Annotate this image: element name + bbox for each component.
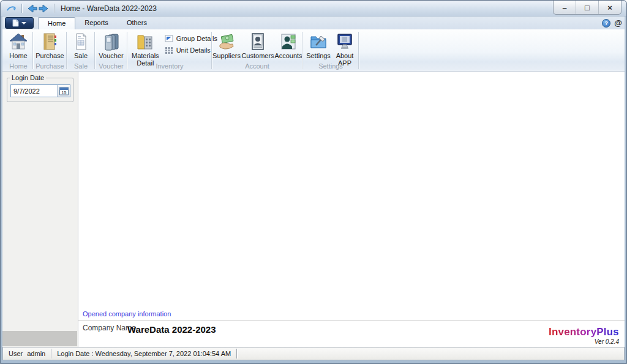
accounts-button[interactable]: Accounts xyxy=(274,31,302,61)
customers-button[interactable]: Customers xyxy=(241,31,274,61)
ribbon-tab-row: Home Reports Others ? @ xyxy=(2,17,625,29)
status-user-panel: Useradmin xyxy=(3,350,51,357)
status-bar: Useradmin Login Date : Wednesday, Septem… xyxy=(2,347,625,360)
inventoryplus-logo: InventoryPlus xyxy=(549,326,619,338)
about-app-icon xyxy=(335,32,355,51)
group-label-inventory: Inventory xyxy=(127,62,212,70)
group-label-account: Account xyxy=(212,62,302,70)
sidebar-footer-panel xyxy=(2,331,77,346)
group-label-voucher: Voucher xyxy=(95,62,127,70)
ribbon-group-inventory: Materials Detail Group Details xyxy=(127,29,212,71)
app-icon xyxy=(6,4,18,13)
horizontal-divider xyxy=(78,321,625,321)
ribbon-group-settings: Settings About APP Settings xyxy=(302,29,359,71)
group-label-settings: Settings xyxy=(302,62,359,70)
unit-details-icon xyxy=(165,46,173,54)
login-date-input[interactable] xyxy=(11,85,57,97)
tab-row-right: ? @ xyxy=(602,18,622,28)
ribbon-tabs: Home Reports Others xyxy=(38,17,156,29)
suppliers-icon xyxy=(217,32,236,51)
svg-text:15: 15 xyxy=(61,90,66,94)
calendar-button[interactable]: 15 xyxy=(57,85,70,97)
sale-button[interactable]: Sale xyxy=(69,31,92,61)
accounts-icon xyxy=(279,32,298,51)
minimize-button[interactable]: – xyxy=(554,1,576,14)
settings-button[interactable]: Settings xyxy=(304,31,332,61)
app-window: Home - WareData 2022-2023 – □ × Home Rep… xyxy=(0,0,627,364)
ribbon-group-sale: Sale Sale xyxy=(67,29,95,71)
suppliers-button[interactable]: Suppliers xyxy=(212,31,241,61)
back-button[interactable] xyxy=(26,4,38,13)
voucher-icon xyxy=(102,32,121,51)
sidebar: Login Date 15 xyxy=(2,72,78,347)
back-icon xyxy=(26,4,37,13)
forward-button[interactable] xyxy=(38,4,50,13)
content-area: Login Date 15 Opened company information xyxy=(2,72,625,347)
ribbon-group-account: Suppliers Customers xyxy=(212,29,302,71)
unit-details-button[interactable]: Unit Details xyxy=(165,45,217,55)
company-name-value: WareData 2022-2023 xyxy=(127,324,216,335)
group-label-home: Home xyxy=(4,62,33,70)
login-date-picker[interactable]: 15 xyxy=(10,84,70,97)
purchase-icon xyxy=(40,32,59,51)
maximize-button[interactable]: □ xyxy=(576,1,598,14)
app-logo-block: InventoryPlus Ver 0.2.4 xyxy=(549,326,619,345)
group-label-sale: Sale xyxy=(67,62,95,70)
divider xyxy=(54,4,54,13)
materials-detail-icon xyxy=(135,32,155,51)
voucher-button[interactable]: Voucher xyxy=(97,31,125,61)
group-details-button[interactable]: Group Details xyxy=(165,34,217,43)
ribbon: Home Home xyxy=(2,29,625,72)
tab-others[interactable]: Others xyxy=(118,17,156,29)
window-title: Home - WareData 2022-2023 xyxy=(61,4,157,13)
status-divider xyxy=(236,349,237,358)
group-label-purchase: Purchase xyxy=(33,62,67,70)
group-details-icon xyxy=(165,34,173,43)
ribbon-group-voucher: Voucher Voucher xyxy=(95,29,127,71)
settings-icon xyxy=(309,32,328,51)
customers-icon xyxy=(248,32,268,51)
tab-home[interactable]: Home xyxy=(38,17,75,29)
divider xyxy=(21,4,22,13)
opened-company-link[interactable]: Opened company information xyxy=(83,310,171,318)
home-button[interactable]: Home xyxy=(7,31,30,61)
app-menu-button[interactable] xyxy=(5,17,34,29)
home-icon xyxy=(9,32,28,51)
caption-button-strip: – □ × xyxy=(553,1,621,15)
sale-icon xyxy=(71,32,91,51)
help-icon[interactable]: ? xyxy=(602,19,610,28)
app-menu-icon xyxy=(12,19,19,27)
purchase-button[interactable]: Purchase xyxy=(34,31,66,61)
forward-icon xyxy=(39,4,50,13)
calendar-icon: 15 xyxy=(59,87,69,95)
close-button[interactable]: × xyxy=(598,1,621,14)
login-date-groupbox: Login Date 15 xyxy=(7,78,73,102)
status-login-panel: Login Date : Wednesday, September 7, 202… xyxy=(51,350,236,357)
tab-reports[interactable]: Reports xyxy=(75,17,118,29)
chevron-down-icon xyxy=(21,22,26,24)
status-user-value: admin xyxy=(27,350,45,357)
app-version: Ver 0.2.4 xyxy=(549,338,619,345)
status-user-label: User xyxy=(9,350,23,357)
ribbon-group-home: Home Home xyxy=(4,29,33,71)
inventory-small-buttons: Group Details Unit Details xyxy=(161,31,220,55)
main-panel: Opened company information Company Name … xyxy=(78,72,625,347)
ribbon-group-purchase: Purchase Purchase xyxy=(33,29,67,71)
login-date-label: Login Date xyxy=(10,74,46,81)
at-icon[interactable]: @ xyxy=(614,18,622,28)
title-bar: Home - WareData 2022-2023 xyxy=(1,1,626,17)
